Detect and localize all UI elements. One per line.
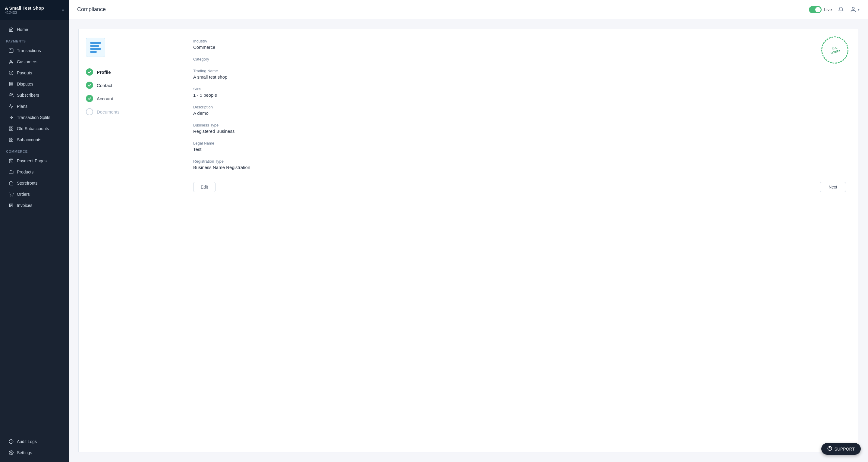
storefronts-icon xyxy=(8,180,14,186)
sidebar-item-subaccounts[interactable]: Subaccounts xyxy=(2,134,66,145)
sidebar-item-subaccounts-label: Subaccounts xyxy=(17,137,41,142)
sidebar-nav: Home PAYMENTS Transactions Customers Pay… xyxy=(0,20,69,432)
field-description-value: A demo xyxy=(193,110,846,116)
invoices-icon xyxy=(8,203,14,208)
svg-rect-17 xyxy=(11,138,13,139)
sidebar-item-audit-logs[interactable]: Audit Logs xyxy=(2,436,66,447)
svg-point-22 xyxy=(10,196,10,196)
splits-icon xyxy=(8,115,14,120)
user-menu[interactable]: ▾ xyxy=(850,6,860,13)
question-icon xyxy=(827,446,832,452)
sidebar-item-customers-label: Customers xyxy=(17,59,37,64)
step-contact[interactable]: Contact xyxy=(86,78,174,92)
sidebar-item-invoices[interactable]: Invoices xyxy=(2,200,66,211)
field-industry-value: Commerce xyxy=(193,44,846,50)
topbar-right: Live ▾ xyxy=(809,6,860,13)
sidebar-item-payouts-label: Payouts xyxy=(17,70,32,75)
svg-rect-13 xyxy=(11,127,13,128)
payments-section-label: PAYMENTS xyxy=(0,35,69,45)
sidebar-item-products[interactable]: Products xyxy=(2,167,66,177)
field-trading-name: Trading Name A small test shop xyxy=(193,69,846,79)
step-profile[interactable]: Profile xyxy=(86,65,174,78)
support-button[interactable]: SUPPORT xyxy=(821,443,861,455)
live-label: Live xyxy=(824,7,832,12)
edit-button[interactable]: Edit xyxy=(193,182,216,192)
sidebar-item-payouts[interactable]: Payouts xyxy=(2,67,66,78)
notification-bell[interactable] xyxy=(838,7,844,13)
wizard-icon xyxy=(86,38,105,57)
shop-selector[interactable]: A Small Test Shop 412430 ▾ xyxy=(0,0,69,20)
field-legal-name: Legal Name Test xyxy=(193,141,846,152)
sidebar-item-storefronts[interactable]: Storefronts xyxy=(2,178,66,189)
field-registration-type: Registration Type Business Name Registra… xyxy=(193,159,846,170)
step-account[interactable]: Account xyxy=(86,92,174,105)
old-subaccounts-icon xyxy=(8,126,14,131)
field-size-label: Size xyxy=(193,87,846,91)
sidebar-item-storefronts-label: Storefronts xyxy=(17,181,37,186)
sidebar-item-old-subaccounts[interactable]: Old Subaccounts xyxy=(2,123,66,134)
sidebar-item-payment-pages-label: Payment Pages xyxy=(17,158,47,163)
compliance-content: Profile Contact Account Documents xyxy=(69,19,868,462)
step-account-circle xyxy=(86,95,93,102)
svg-rect-21 xyxy=(9,171,13,174)
sidebar-item-orders-label: Orders xyxy=(17,192,30,197)
next-button[interactable]: Next xyxy=(820,182,846,192)
sidebar-item-orders[interactable]: Orders xyxy=(2,189,66,200)
svg-rect-19 xyxy=(11,140,13,141)
field-registration-type-label: Registration Type xyxy=(193,159,846,164)
field-trading-name-label: Trading Name xyxy=(193,69,846,73)
shop-id: 412430 xyxy=(5,10,44,15)
sidebar-item-old-subaccounts-label: Old Subaccounts xyxy=(17,126,49,131)
subscribers-icon xyxy=(8,93,14,98)
sidebar-item-products-label: Products xyxy=(17,170,33,174)
field-industry-label: Industry xyxy=(193,39,846,43)
sidebar-item-home-label: Home xyxy=(17,27,28,32)
shop-name: A Small Test Shop xyxy=(5,5,44,10)
audit-icon xyxy=(8,439,14,444)
field-business-type-value: Registered Business xyxy=(193,129,846,134)
all-done-text: ALL DONE! xyxy=(829,45,841,55)
sidebar-item-home[interactable]: Home xyxy=(2,24,66,35)
sidebar-item-customers[interactable]: Customers xyxy=(2,56,66,67)
sidebar-item-transactions-label: Transactions xyxy=(17,48,41,53)
step-profile-circle xyxy=(86,68,93,75)
form-actions: Edit Next xyxy=(193,182,846,192)
main-content: Compliance Live ▾ xyxy=(69,0,868,462)
sidebar-item-settings-label: Settings xyxy=(17,450,32,455)
sidebar-item-disputes[interactable]: Disputes xyxy=(2,78,66,90)
field-size: Size 1 - 5 people xyxy=(193,87,846,98)
lines-icon xyxy=(90,42,101,53)
field-description: Description A demo xyxy=(193,105,846,116)
svg-rect-12 xyxy=(9,127,11,128)
subaccounts-icon xyxy=(8,137,14,142)
sidebar-item-transaction-splits[interactable]: Transaction Splits xyxy=(2,112,66,123)
orders-icon xyxy=(8,192,14,197)
payment-pages-icon xyxy=(8,158,14,164)
step-documents[interactable]: Documents xyxy=(86,105,174,118)
svg-rect-18 xyxy=(9,140,11,141)
sidebar-item-invoices-label: Invoices xyxy=(17,203,32,208)
svg-point-3 xyxy=(10,60,12,61)
field-business-type-label: Business Type xyxy=(193,123,846,127)
sidebar-item-plans[interactable]: Plans xyxy=(2,101,66,112)
field-trading-name-value: A small test shop xyxy=(193,74,846,79)
step-documents-label: Documents xyxy=(97,109,120,114)
field-size-value: 1 - 5 people xyxy=(193,93,846,98)
svg-point-30 xyxy=(10,452,12,453)
live-toggle[interactable]: Live xyxy=(809,6,832,13)
sidebar-item-settings[interactable]: Settings xyxy=(2,447,66,458)
sidebar-item-subscribers[interactable]: Subscribers xyxy=(2,90,66,101)
plans-icon xyxy=(8,104,14,109)
chevron-down-icon: ▾ xyxy=(62,8,64,12)
transactions-icon xyxy=(8,48,14,53)
sidebar-footer: Audit Logs Settings xyxy=(0,432,69,462)
step-contact-circle xyxy=(86,81,93,89)
disputes-icon xyxy=(8,81,14,87)
commerce-section-label: COMMERCE xyxy=(0,145,69,155)
sidebar: A Small Test Shop 412430 ▾ Home PAYMENTS… xyxy=(0,0,69,462)
svg-rect-7 xyxy=(9,82,13,86)
live-toggle-switch[interactable] xyxy=(809,6,822,13)
sidebar-item-transactions[interactable]: Transactions xyxy=(2,45,66,56)
field-legal-name-value: Test xyxy=(193,147,846,152)
sidebar-item-payment-pages[interactable]: Payment Pages xyxy=(2,156,66,166)
